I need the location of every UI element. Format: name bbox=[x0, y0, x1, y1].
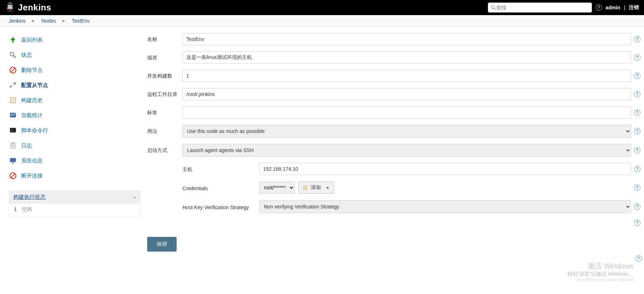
help-icon[interactable]: ? bbox=[634, 184, 640, 191]
help-icon[interactable]: ? bbox=[634, 147, 640, 153]
computer-icon bbox=[9, 156, 17, 165]
jenkins-butler-icon bbox=[5, 1, 15, 14]
search-help-icon[interactable]: ? bbox=[596, 4, 602, 11]
remotefs-input[interactable] bbox=[182, 88, 631, 100]
search-box[interactable] bbox=[488, 3, 592, 13]
svg-point-6 bbox=[491, 5, 494, 9]
svg-text:>_: >_ bbox=[11, 128, 15, 132]
labels-input[interactable] bbox=[182, 106, 631, 119]
svg-point-8 bbox=[10, 52, 14, 56]
launch-label: 启动方式 bbox=[147, 147, 182, 154]
sidebar: 返回列表 状态 删除节点 配置从节点 构建历史 负载统计 >_ 脚本命令行 日志 bbox=[0, 27, 147, 259]
sidebar-item-label: 脚本命令行 bbox=[21, 127, 48, 134]
sidebar-item-label: 系统信息 bbox=[21, 157, 43, 164]
svg-rect-21 bbox=[11, 142, 14, 144]
remotefs-label: 远程工作目录 bbox=[147, 91, 182, 98]
svg-rect-25 bbox=[12, 162, 14, 163]
executors-input[interactable] bbox=[182, 70, 631, 82]
sidebar-item-label: 状态 bbox=[21, 52, 32, 59]
app-name: Jenkins bbox=[18, 3, 51, 13]
usage-select[interactable]: Use this node as much as possible bbox=[182, 125, 631, 138]
sidebar-item-label: 负载统计 bbox=[21, 112, 43, 119]
forbidden-icon bbox=[9, 66, 17, 74]
monitor-chart-icon bbox=[9, 111, 17, 120]
chevron-down-icon: ▼ bbox=[326, 186, 330, 190]
logo-area[interactable]: Jenkins bbox=[5, 1, 51, 14]
notepad-icon bbox=[9, 96, 17, 105]
collapse-icon[interactable]: – bbox=[133, 194, 136, 200]
credentials-select[interactable]: root/****** bbox=[259, 182, 295, 194]
executor-state: 空闲 bbox=[22, 206, 32, 213]
svg-rect-20 bbox=[11, 143, 15, 149]
chevron-right-icon: ▶ bbox=[62, 19, 65, 23]
executors-label: 并发构建数 bbox=[147, 72, 182, 79]
sidebar-item-label: 断开连接 bbox=[21, 173, 43, 179]
svg-rect-5 bbox=[9, 9, 11, 11]
key-icon: ⚿ bbox=[303, 185, 308, 190]
executor-number: 1 bbox=[14, 206, 22, 213]
desc-input[interactable] bbox=[182, 51, 631, 64]
help-icon[interactable]: ? bbox=[634, 73, 640, 79]
host-label: 主机 bbox=[182, 165, 259, 173]
save-button[interactable]: 保存 bbox=[147, 237, 177, 252]
svg-rect-26 bbox=[11, 163, 14, 163]
credentials-label: Credentials bbox=[182, 184, 259, 191]
crumb-nodes[interactable]: Nodes bbox=[41, 18, 56, 24]
svg-line-11 bbox=[11, 68, 15, 72]
sidebar-item-label: 删除节点 bbox=[21, 67, 43, 74]
hkvs-select[interactable]: Non verifying Verification Strategy bbox=[259, 200, 631, 213]
add-credentials-button[interactable]: ⚿ 添加 ▼ bbox=[298, 182, 334, 194]
launch-select[interactable]: Launch agent agents via SSH bbox=[182, 144, 631, 157]
sidebar-item-back[interactable]: 返回列表 bbox=[6, 32, 144, 47]
logout-link[interactable]: 注销 bbox=[629, 4, 639, 11]
sidebar-item-status[interactable]: 状态 bbox=[6, 47, 144, 63]
sidebar-item-log[interactable]: 日志 bbox=[6, 138, 144, 153]
user-link[interactable]: admin bbox=[606, 5, 620, 10]
svg-line-9 bbox=[14, 56, 16, 58]
sidebar-item-label: 配置从节点 bbox=[21, 82, 48, 89]
sidebar-item-label: 日志 bbox=[21, 142, 32, 149]
svg-rect-24 bbox=[10, 158, 16, 162]
terminal-icon: >_ bbox=[9, 126, 17, 135]
executor-status-title[interactable]: 构建执行状态 bbox=[13, 194, 46, 201]
help-icon[interactable]: ? bbox=[634, 220, 640, 226]
svg-rect-13 bbox=[10, 98, 16, 103]
usage-label: 用法 bbox=[147, 128, 182, 135]
arrow-up-icon bbox=[9, 36, 17, 44]
main-form: 名称 ? 描述 ? 并发构建数 ? 远程工作目录 ? 标签 ? 用法 Use t… bbox=[147, 27, 644, 259]
labels-label: 标签 bbox=[147, 109, 182, 116]
executor-row: 1 空闲 bbox=[9, 204, 140, 216]
svg-line-7 bbox=[494, 8, 496, 10]
add-label: 添加 bbox=[311, 184, 321, 191]
host-input[interactable] bbox=[259, 163, 631, 175]
forbidden-icon bbox=[9, 171, 17, 180]
name-input[interactable] bbox=[182, 33, 631, 45]
help-icon[interactable]: ? bbox=[634, 109, 640, 116]
sidebar-item-script[interactable]: >_ 脚本命令行 bbox=[6, 123, 144, 138]
breadcrumb: Jenkins ▶ Nodes ▶ TestEnv bbox=[0, 15, 644, 27]
sidebar-item-load[interactable]: 负载统计 bbox=[6, 108, 144, 123]
help-icon[interactable]: ? bbox=[634, 203, 640, 210]
header-divider: | bbox=[624, 5, 625, 10]
crumb-testenv[interactable]: TestEnv bbox=[72, 18, 90, 24]
sidebar-item-disconnect[interactable]: 断开连接 bbox=[6, 168, 144, 183]
clipboard-icon bbox=[9, 141, 17, 150]
svg-point-4 bbox=[11, 5, 11, 5]
svg-point-3 bbox=[9, 5, 9, 5]
help-icon[interactable]: ? bbox=[634, 54, 640, 61]
help-icon[interactable]: ? bbox=[634, 166, 640, 172]
top-header: Jenkins ? admin | 注销 bbox=[0, 0, 644, 15]
executor-status-panel: 构建执行状态 – 1 空闲 bbox=[9, 190, 141, 216]
help-icon[interactable]: ? bbox=[634, 36, 640, 42]
crumb-jenkins[interactable]: Jenkins bbox=[9, 18, 25, 24]
sidebar-item-configure[interactable]: 配置从节点 bbox=[6, 78, 144, 93]
help-icon[interactable]: ? bbox=[634, 128, 640, 134]
help-icon[interactable]: ? bbox=[634, 91, 640, 97]
sidebar-item-sysinfo[interactable]: 系统信息 bbox=[6, 153, 144, 168]
sidebar-item-delete[interactable]: 删除节点 bbox=[6, 63, 144, 78]
sidebar-item-history[interactable]: 构建历史 bbox=[6, 93, 144, 108]
search-input[interactable] bbox=[496, 5, 589, 10]
desc-label: 描述 bbox=[147, 54, 182, 61]
name-label: 名称 bbox=[147, 36, 182, 43]
search-icon bbox=[491, 5, 496, 10]
